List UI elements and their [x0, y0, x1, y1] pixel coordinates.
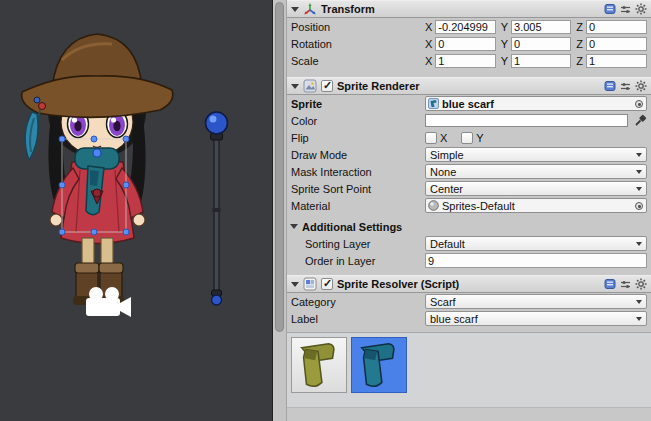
- axis-x-label: X: [425, 38, 432, 50]
- inspector-scrollbar[interactable]: [274, 0, 287, 421]
- transform-title: Transform: [321, 3, 375, 15]
- axis-y-label: Y: [501, 21, 508, 33]
- category-label: Category: [291, 296, 425, 308]
- sprite-label: Sprite: [291, 98, 425, 110]
- dropdown-arrow-icon: [636, 317, 642, 321]
- sprite-renderer-title: Sprite Renderer: [337, 80, 420, 92]
- sprite-resolver-title: Sprite Resolver (Script): [337, 278, 459, 290]
- transform-header[interactable]: Transform: [287, 0, 651, 18]
- draw-mode-label: Draw Mode: [291, 149, 425, 161]
- object-picker-icon[interactable]: [635, 202, 643, 210]
- order-in-layer-row: Order in Layer 9: [287, 252, 651, 269]
- material-object-name: Sprites-Default: [442, 199, 515, 213]
- character-sprite: [22, 34, 173, 305]
- label-label: Label: [291, 313, 425, 325]
- scale-x-field[interactable]: 1: [435, 54, 495, 68]
- flip-y-checkbox[interactable]: [461, 132, 473, 144]
- additional-settings-title: Additional Settings: [302, 221, 402, 233]
- mask-interaction-label: Mask Interaction: [291, 166, 425, 178]
- scale-y-field[interactable]: 1: [511, 54, 571, 68]
- foldout-arrow-icon[interactable]: [290, 224, 298, 229]
- flip-label: Flip: [291, 132, 425, 144]
- color-swatch[interactable]: [425, 114, 628, 127]
- preset-icon[interactable]: [620, 4, 631, 15]
- mask-interaction-dropdown[interactable]: None: [425, 164, 647, 179]
- position-row: Position X-0.204999 Y3.005 Z0: [287, 18, 651, 35]
- camera-gizmo-icon: [86, 287, 131, 317]
- foldout-arrow-icon[interactable]: [291, 84, 299, 89]
- axis-z-label: Z: [576, 38, 583, 50]
- dropdown-arrow-icon: [636, 187, 642, 191]
- sprite-object-name: blue scarf: [442, 97, 494, 111]
- inspector-panel: Transform Position X-0.204999 Y3.005 Z0: [272, 0, 651, 421]
- sprite-renderer-icon: [303, 79, 317, 93]
- sprite-resolver-icon: [303, 277, 317, 291]
- rotation-z-field[interactable]: 0: [586, 37, 647, 51]
- sprite-renderer-enabled-checkbox[interactable]: [321, 80, 333, 92]
- foldout-arrow-icon[interactable]: [291, 282, 299, 287]
- sprite-resolver-header[interactable]: Sprite Resolver (Script): [287, 275, 651, 293]
- dropdown-arrow-icon: [636, 153, 642, 157]
- material-label: Material: [291, 200, 425, 212]
- material-object-field[interactable]: Sprites-Default: [425, 198, 647, 213]
- scale-z-field[interactable]: 1: [586, 54, 647, 68]
- transform-icon: [303, 2, 317, 16]
- variant-thumbnail-blue-scarf[interactable]: [351, 337, 407, 393]
- scene-view[interactable]: [0, 0, 272, 421]
- scrollbar-thumb[interactable]: [275, 2, 284, 332]
- object-picker-icon[interactable]: [635, 100, 643, 108]
- scale-label: Scale: [291, 55, 425, 67]
- label-dropdown[interactable]: blue scarf: [425, 311, 647, 326]
- position-x-field[interactable]: -0.204999: [435, 20, 495, 34]
- variant-thumbnail-green-scarf[interactable]: [291, 337, 347, 393]
- axis-z-label: Z: [576, 21, 583, 33]
- rotation-row: Rotation X0 Y0 Z0: [287, 35, 651, 52]
- flip-y-label: Y: [476, 132, 483, 144]
- sprite-object-field[interactable]: blue scarf: [425, 96, 647, 111]
- sprite-row: Sprite blue scarf: [287, 95, 651, 112]
- sorting-layer-dropdown[interactable]: Default: [425, 236, 647, 251]
- draw-mode-dropdown[interactable]: Simple: [425, 147, 647, 162]
- gear-icon[interactable]: [635, 80, 647, 92]
- help-icon[interactable]: [604, 80, 616, 92]
- help-icon[interactable]: [604, 278, 616, 290]
- axis-x-label: X: [425, 21, 432, 33]
- axis-z-label: Z: [576, 55, 583, 67]
- sprite-thumbnail-icon: [428, 98, 439, 109]
- additional-settings-foldout[interactable]: Additional Settings: [287, 218, 651, 235]
- rotation-x-field[interactable]: 0: [435, 37, 495, 51]
- sprite-resolver-enabled-checkbox[interactable]: [321, 278, 333, 290]
- dropdown-arrow-icon: [636, 300, 642, 304]
- help-icon[interactable]: [604, 3, 616, 15]
- axis-y-label: Y: [501, 55, 508, 67]
- sorting-layer-row: Sorting Layer Default: [287, 235, 651, 252]
- category-dropdown[interactable]: Scarf: [425, 294, 647, 309]
- order-in-layer-label: Order in Layer: [305, 255, 425, 267]
- flip-row: Flip X Y: [287, 129, 651, 146]
- draw-mode-row: Draw Mode Simple: [287, 146, 651, 163]
- sorting-layer-label: Sorting Layer: [305, 238, 425, 250]
- axis-x-label: X: [425, 55, 432, 67]
- position-z-field[interactable]: 0: [586, 20, 647, 34]
- sprite-sort-point-dropdown[interactable]: Center: [425, 181, 647, 196]
- material-sphere-icon: [428, 200, 439, 211]
- axis-y-label: Y: [501, 38, 508, 50]
- rotation-y-field[interactable]: 0: [511, 37, 571, 51]
- flip-x-checkbox[interactable]: [425, 132, 437, 144]
- preset-icon[interactable]: [620, 81, 631, 92]
- color-label: Color: [291, 115, 425, 127]
- preset-icon[interactable]: [620, 279, 631, 290]
- position-y-field[interactable]: 3.005: [511, 20, 571, 34]
- gear-icon[interactable]: [635, 3, 647, 15]
- order-in-layer-field[interactable]: 9: [425, 253, 647, 268]
- material-row: Material Sprites-Default: [287, 197, 651, 214]
- foldout-arrow-icon[interactable]: [291, 7, 299, 12]
- unity-editor: Transform Position X-0.204999 Y3.005 Z0: [0, 0, 651, 421]
- label-row: Label blue scarf: [287, 310, 651, 327]
- rotation-label: Rotation: [291, 38, 425, 50]
- sprite-variant-selector: [287, 332, 651, 408]
- gear-icon[interactable]: [635, 278, 647, 290]
- eyedropper-icon[interactable]: [634, 114, 647, 127]
- sprite-sort-point-label: Sprite Sort Point: [291, 183, 425, 195]
- sprite-renderer-header[interactable]: Sprite Renderer: [287, 77, 651, 95]
